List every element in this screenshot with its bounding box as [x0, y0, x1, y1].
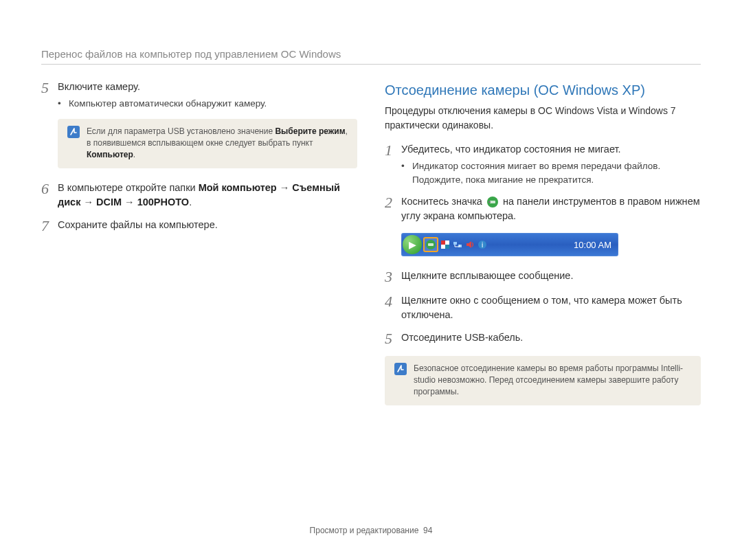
section-title: Отсоединение камеры (ОС Windows XP) [385, 82, 701, 98]
step-text: Отсоедините USB-кабель. [401, 331, 701, 345]
note-text: Если для параметра USB установлено значе… [87, 126, 348, 161]
svg-rect-3 [488, 201, 491, 203]
bullet-text: Индикатор состояния мигает во время пере… [412, 159, 701, 186]
right-step-2: 2 Коснитесь значка на панели инструменто… [385, 194, 701, 223]
step-number: 4 [385, 293, 401, 310]
svg-rect-5 [428, 243, 434, 246]
page-header: Перенос файлов на компьютер под управлен… [41, 48, 701, 65]
page-footer: Просмотр и редактирование 94 [0, 526, 742, 535]
footer-page: 94 [423, 526, 432, 535]
step-number: 6 [41, 181, 58, 197]
right-step-5: 5 Отсоедините USB-кабель. [385, 331, 701, 347]
left-column: 5 Включите камеру. • Компьютер автоматич… [41, 80, 357, 418]
right-note-box: Безопасное отсоединение камеры во время … [385, 356, 701, 405]
step-number: 2 [385, 194, 401, 211]
left-step-5: 5 Включите камеру. • Компьютер автоматич… [41, 80, 357, 111]
step-number: 5 [385, 331, 401, 347]
right-step-1: 1 Убедитесь, что индикатор состояния не … [385, 142, 701, 186]
step-number: 3 [385, 269, 401, 285]
system-tray: i [423, 237, 488, 252]
tray-highlight [423, 237, 438, 252]
svg-rect-8 [445, 245, 449, 249]
footer-label: Просмотр и редактирование [310, 526, 419, 535]
right-step-4: 4 Щелкните окно с сообщением о том, что … [385, 293, 701, 322]
svg-text:i: i [482, 241, 483, 249]
svg-rect-9 [453, 242, 457, 245]
note-text: Безопасное отсоединение камеры во время … [414, 363, 691, 399]
step-text: Сохраните файлы на компьютере. [58, 218, 357, 232]
left-step-7: 7 Сохраните файлы на компьютере. [41, 218, 357, 234]
tray-info-icon: i [477, 239, 488, 250]
bullet-text: Компьютер автоматически обнаружит камеру… [69, 97, 267, 111]
step-text: Щелкните окно с сообщением о том, что ка… [401, 293, 701, 322]
left-step-6: 6 В компьютере откройте папки Мой компью… [41, 181, 357, 210]
step-text: Щелкните всплывающее сообщение. [401, 269, 701, 283]
svg-rect-7 [441, 240, 445, 245]
note-icon [67, 126, 80, 138]
taskbar-clock: 10:00 AM [574, 240, 611, 250]
svg-rect-0 [67, 126, 80, 138]
step-bullet: • Компьютер автоматически обнаружит каме… [58, 97, 357, 111]
note-icon [394, 363, 407, 375]
right-column: Отсоединение камеры (ОС Windows XP) Проц… [385, 80, 701, 418]
right-step-3: 3 Щелкните всплывающее сообщение. [385, 269, 701, 285]
step-number: 7 [41, 218, 58, 234]
step-text: Убедитесь, что индикатор состояния не ми… [401, 142, 701, 157]
svg-rect-13 [394, 363, 407, 375]
section-intro: Процедуры отключения камеры в ОС Windows… [385, 104, 701, 133]
tray-shield-icon [440, 239, 451, 250]
step-number: 1 [385, 142, 401, 159]
svg-rect-2 [490, 201, 495, 203]
safely-remove-tray-icon [425, 239, 436, 250]
tray-network-icon [452, 239, 463, 250]
step-number: 5 [41, 80, 58, 96]
start-button-icon: ▶ [403, 235, 422, 254]
safely-remove-icon [486, 196, 499, 208]
tray-volume-icon [464, 239, 475, 250]
step-text: Включите камеру. [58, 80, 357, 94]
xp-taskbar: ▶ i 10:00 AM [401, 233, 618, 256]
left-note-box: Если для параметра USB установлено значе… [58, 119, 357, 168]
step-bullet: • Индикатор состояния мигает во время пе… [401, 159, 701, 186]
